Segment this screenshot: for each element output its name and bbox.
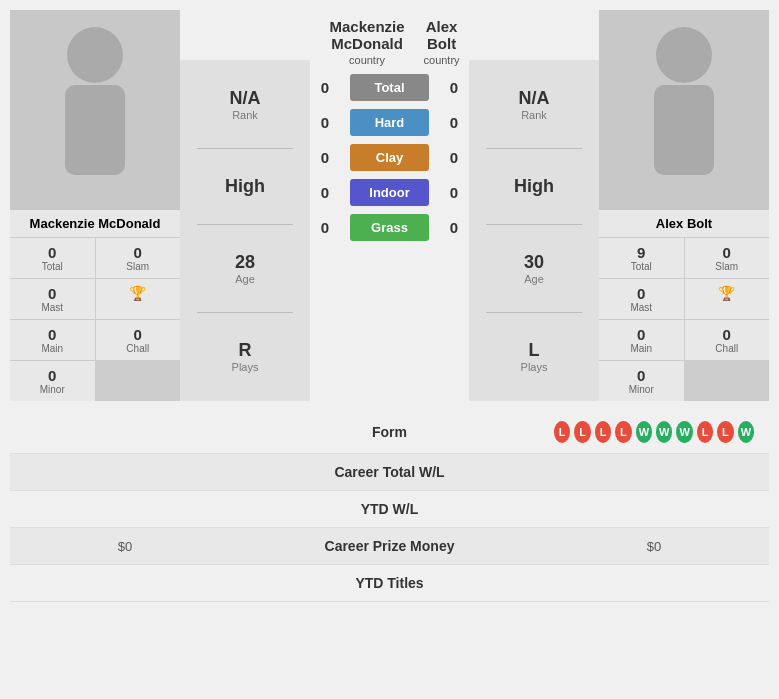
top-names-row: Mackenzie McDonald country Alex Bolt cou… [310,10,469,70]
right-player-card: Alex Bolt 9 Total 0 Slam 0 Mast 🏆 [599,10,769,401]
left-player-card: Mackenzie McDonald 0 Total 0 Slam 0 Mast… [10,10,180,401]
form-badge-l: L [595,421,611,443]
right-rank-stat: N/A Rank [474,80,594,129]
right-player-avatar [599,10,769,210]
right-level-stat: High [474,168,594,205]
left-trophy-cell: 🏆 [96,279,181,319]
ytd-titles-row: YTD Titles [10,565,769,602]
form-badge-w: W [738,421,754,443]
form-badge-w: W [636,421,652,443]
right-panel-divider-3 [486,312,582,313]
left-player-name: Mackenzie McDonald [10,210,180,237]
right-slam-stat: 0 Slam [685,238,770,278]
career-prize-label: Career Prize Money [225,538,554,554]
right-total-stat: 9 Total [599,238,684,278]
right-trophy-cell: 🏆 [685,279,770,319]
right-chall-stat: 0 Chall [685,320,770,360]
left-player-info: Mackenzie McDonald country [315,18,419,66]
ytd-wl-label: YTD W/L [225,501,554,517]
left-avatar-silhouette [45,20,145,200]
left-player-stats-grid: 0 Total 0 Slam 0 Mast 🏆 0 Main [10,237,180,401]
hard-score-left: 0 [310,114,340,131]
grass-badge: Grass [350,214,429,241]
career-total-label: Career Total W/L [225,464,554,480]
center-column: Mackenzie McDonald country Alex Bolt cou… [310,10,469,401]
form-badges-container: LLLLWWWLLW [554,421,754,443]
left-age-stat: 28 Age [185,244,305,293]
main-container: Mackenzie McDonald 0 Total 0 Slam 0 Mast… [0,0,779,612]
form-row: Form LLLLWWWLLW [10,411,769,454]
career-prize-row: $0 Career Prize Money $0 [10,528,769,565]
right-stats-panel: N/A Rank High 30 Age L Plays [469,60,599,401]
total-row: 0 Total 0 [310,70,469,105]
form-badge-w: W [676,421,692,443]
grass-score-left: 0 [310,219,340,236]
right-avatar-silhouette [634,20,734,200]
total-score-left: 0 [310,79,340,96]
right-minor-stat: 0 Minor [599,361,684,401]
ytd-wl-row: YTD W/L [10,491,769,528]
right-player-stats-grid: 9 Total 0 Slam 0 Mast 🏆 0 Main [599,237,769,401]
left-level-stat: High [185,168,305,205]
left-panel-divider-2 [197,224,293,225]
form-badges: LLLLWWWLLW [554,421,754,443]
svg-point-2 [656,27,712,83]
total-badge: Total [350,74,429,101]
grass-row: 0 Grass 0 [310,210,469,245]
left-slam-stat: 0 Slam [96,238,181,278]
right-player-name: Alex Bolt [599,210,769,237]
right-plays-stat: L Plays [474,332,594,381]
ytd-titles-label: YTD Titles [225,575,554,591]
hard-row: 0 Hard 0 [310,105,469,140]
right-panel-divider-1 [486,148,582,149]
indoor-score-left: 0 [310,184,340,201]
right-age-stat: 30 Age [474,244,594,293]
left-stats-panel: N/A Rank High 28 Age R Plays [180,60,310,401]
form-badge-l: L [717,421,733,443]
career-prize-left: $0 [25,539,225,554]
left-chall-stat: 0 Chall [96,320,181,360]
form-badge-l: L [574,421,590,443]
bottom-rows: Form LLLLWWWLLW Career Total W/L YTD W/L… [10,411,769,602]
grass-score-right: 0 [439,219,469,236]
clay-badge: Clay [350,144,429,171]
form-badge-l: L [554,421,570,443]
hard-score-right: 0 [439,114,469,131]
right-player-info: Alex Bolt country [419,18,464,66]
right-main-stat: 0 Main [599,320,684,360]
comparison-area: Mackenzie McDonald 0 Total 0 Slam 0 Mast… [10,10,769,401]
indoor-score-right: 0 [439,184,469,201]
left-rank-stat: N/A Rank [185,80,305,129]
career-prize-right: $0 [554,539,754,554]
right-mast-stat: 0 Mast [599,279,684,319]
svg-rect-3 [654,85,714,175]
left-trophy-icon: 🏆 [100,285,177,301]
left-minor-stat: 0 Minor [10,361,95,401]
form-badge-l: L [697,421,713,443]
form-badge-w: W [656,421,672,443]
clay-row: 0 Clay 0 [310,140,469,175]
career-total-row: Career Total W/L [10,454,769,491]
svg-point-0 [67,27,123,83]
left-player-avatar [10,10,180,210]
clay-score-left: 0 [310,149,340,166]
right-trophy-icon: 🏆 [689,285,766,301]
form-label: Form [225,424,554,440]
hard-badge: Hard [350,109,429,136]
indoor-row: 0 Indoor 0 [310,175,469,210]
right-panel-divider-2 [486,224,582,225]
left-mast-stat: 0 Mast [10,279,95,319]
total-score-right: 0 [439,79,469,96]
left-main-stat: 0 Main [10,320,95,360]
left-plays-stat: R Plays [185,332,305,381]
left-panel-divider-1 [197,148,293,149]
left-panel-divider-3 [197,312,293,313]
form-badge-l: L [615,421,631,443]
clay-score-right: 0 [439,149,469,166]
indoor-badge: Indoor [350,179,429,206]
svg-rect-1 [65,85,125,175]
left-total-stat: 0 Total [10,238,95,278]
